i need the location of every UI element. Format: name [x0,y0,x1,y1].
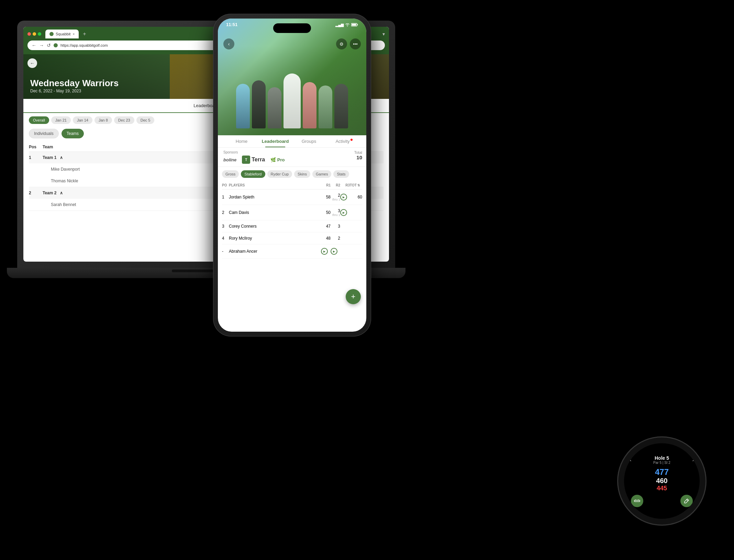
player-row-2: 2 Cam Davis 50 3 thru 1 ▶ [222,205,362,220]
nav-back-btn[interactable]: ← [32,43,36,48]
name-spieth: Jordan Spieth [229,195,321,199]
tab-close-btn[interactable]: × [73,32,75,36]
traffic-light-green[interactable] [38,32,41,36]
nav-item-home[interactable]: Home [225,139,258,147]
activity-notification-dot [351,139,353,141]
watch-hole-info: Hole 5 Par 5 | SI 2 [653,455,670,465]
svg-rect-2 [357,24,358,25]
filter-dec5[interactable]: Dec 5 [136,116,155,124]
filter-stableford[interactable]: Stableford [241,170,265,178]
player-row-3: 3 Corey Conners 47 3 [222,220,362,232]
r2-spieth: 2 thru 1 [331,193,340,201]
phone-navigation: Home Leaderboard Groups Activity [218,135,366,148]
total-label: Total [354,150,362,155]
filter-jan14[interactable]: Jan 14 [73,116,92,124]
name-conners: Corey Conners [229,224,321,229]
nav-item-leaderboard[interactable]: Leaderboard [258,139,292,147]
watch-par-si: Par 5 | SI 2 [653,461,670,465]
traffic-light-yellow[interactable] [33,32,36,36]
watch-prev-button[interactable]: ‹ [627,457,633,463]
filter-jan21[interactable]: Jan 21 [51,116,71,124]
total-value: 10 [354,155,362,160]
tab-label: Squabbit [56,32,70,36]
r3-spieth: ▶ [340,194,350,201]
total-column: Total 10 [354,150,362,160]
play-btn-ancer-1[interactable]: ▶ [321,248,328,255]
filter-gross[interactable]: Gross [222,170,239,178]
phone-screen: 11:51 ▂▄▆ [218,19,366,332]
phone-settings-button[interactable]: ⚙ [336,38,347,49]
distance-red: 445 [655,485,669,492]
sponsors-label: Sponsors [223,150,238,154]
sort-icon[interactable]: ⇅ [357,184,360,187]
pos-ancer: - [222,249,229,254]
sponsors-row: Sponsors boline T Terra 🌿 Pro Total 10 [218,148,366,167]
nav-reload-btn[interactable]: ↺ [47,43,51,48]
browser-dropdown[interactable]: ▾ [382,31,385,37]
phone-more-button[interactable]: ••• [350,38,361,49]
filter-teams[interactable]: Teams [62,129,84,138]
col-header-pos: Pos [29,145,43,149]
fab-add-button[interactable]: + [346,289,361,304]
name-davis: Cam Davis [229,210,321,215]
play-btn-davis[interactable]: ▶ [340,209,347,216]
ph-col-players: PLAYERS [229,183,321,187]
team-1-pos: 1 [29,155,43,160]
r1-ancer: ▶ [321,248,331,255]
player-row-1: 1 Jordan Spieth 58 2 thru 1 ▶ 60 [222,190,362,205]
nav-item-activity[interactable]: Activity [326,139,359,147]
watch-measure-button[interactable] [631,495,643,507]
new-tab-button[interactable]: + [80,31,89,37]
page-back-button[interactable]: ← [27,58,37,68]
phone-action-buttons: ⚙ ••• [336,38,361,49]
r2-mcilroy: 2 [331,236,340,241]
pos-2: 2 [222,210,229,215]
phone-table-header: PO PLAYERS R1 R2 R3 TOT ⇅ [222,181,362,190]
play-btn-spieth[interactable]: ▶ [340,194,347,201]
address-favicon [54,43,58,47]
r1-conners: 47 [321,224,331,229]
filter-skins[interactable]: Skins [294,170,310,178]
filter-stats[interactable]: Stats [333,170,349,178]
filter-dec23[interactable]: Dec 23 [114,116,134,124]
watch: ‹ Hole 5 Par 5 | SI 2 › 477 460 445 [617,436,707,526]
sponsor-pro: 🌿 Pro [270,157,285,162]
filter-overall[interactable]: Overall [29,116,49,124]
battery-icon [351,23,358,27]
phone-time: 11:51 [226,21,237,27]
distance-white: 460 [655,477,669,485]
phone-leaderboard: PO PLAYERS R1 R2 R3 TOT ⇅ 1 Jordan Spiet… [218,181,366,259]
nav-forward-btn[interactable]: → [39,43,44,48]
pos-4: 4 [222,236,229,241]
watch-bottom-row [627,495,696,507]
filter-jan8[interactable]: Jan 8 [94,116,112,124]
ph-col-po: PO [222,183,229,187]
watch-distances: 477 460 445 [655,467,669,492]
name-mcilroy: Rory McIlroy [229,236,321,241]
player-row-5: - Abraham Ancer ▶ ▶ [222,244,362,259]
filter-ryder-cup[interactable]: Ryder Cup [267,170,292,178]
r1-davis: 50 [321,210,331,215]
filter-games[interactable]: Games [312,170,331,178]
phone-notch [273,23,311,33]
watch-edit-button[interactable] [680,495,693,507]
play-btn-ancer-2[interactable]: ▶ [331,248,337,255]
tot-spieth: 60 [350,195,362,199]
nav-item-groups[interactable]: Groups [292,139,326,147]
ph-col-r3: R3 [340,183,350,187]
traffic-light-red[interactable] [27,32,31,36]
terra-logo-icon: T [242,156,250,164]
phone-status-icons: ▂▄▆ [335,21,358,27]
filter-individuals[interactable]: Individuals [29,129,59,138]
watch-next-button[interactable]: › [690,457,696,463]
watch-nav-row: ‹ Hole 5 Par 5 | SI 2 › [627,455,696,465]
browser-tab-active[interactable]: Squabbit × [45,30,79,38]
page-title: Wednesday Warriors [30,78,119,89]
pos-1: 1 [222,195,229,199]
wifi-icon [345,23,350,27]
phone-back-button[interactable]: ‹ [223,38,234,49]
signal-icon: ▂▄▆ [335,23,344,27]
watch-hole-title: Hole 5 [653,455,670,461]
phone-top-overlay: ‹ ⚙ ••• [218,36,366,52]
tab-favicon [49,32,54,36]
